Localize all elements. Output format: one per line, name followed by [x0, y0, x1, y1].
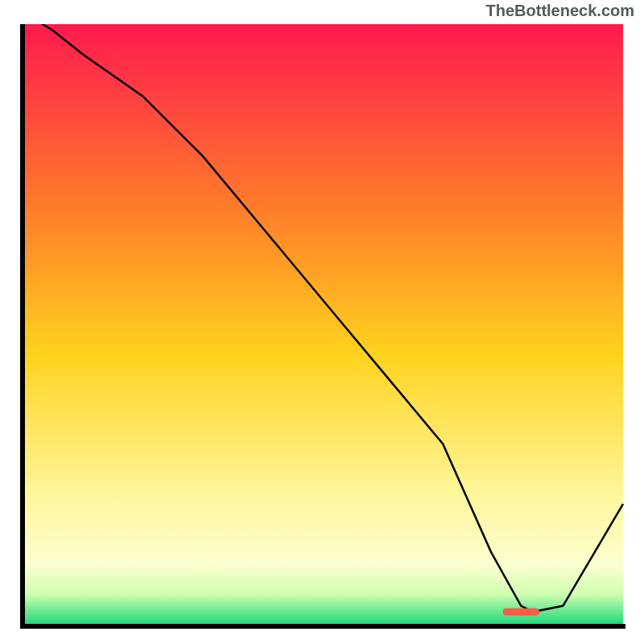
chart-svg: [20, 24, 625, 630]
chart-plot-area: [20, 24, 625, 630]
chart-background-gradient: [23, 24, 623, 624]
optimal-range-marker: [503, 609, 539, 615]
source-link[interactable]: TheBottleneck.com: [486, 2, 634, 20]
